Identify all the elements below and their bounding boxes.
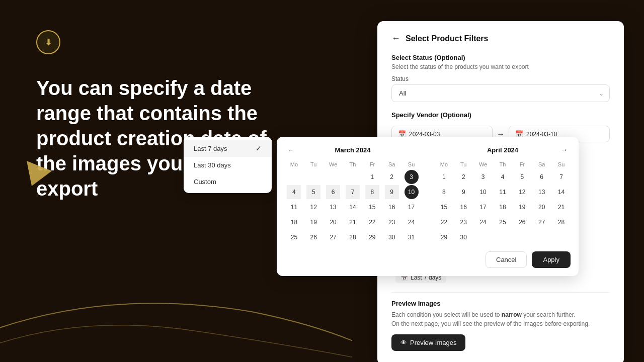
april-day-22[interactable]: 22 bbox=[437, 215, 451, 229]
march-day-7[interactable]: 7 bbox=[346, 185, 360, 199]
april-day-8[interactable]: 8 bbox=[437, 185, 451, 199]
back-button[interactable]: ← bbox=[391, 33, 400, 44]
april-day-26[interactable]: 26 bbox=[515, 215, 529, 229]
march-day-6[interactable]: 6 bbox=[326, 185, 340, 199]
march-day-26[interactable]: 26 bbox=[306, 230, 320, 244]
march-dh-sa: Sa bbox=[382, 160, 401, 169]
preview-desc-part1: Each condition you select will be used t… bbox=[391, 311, 502, 318]
april-dh-sa: Sa bbox=[532, 160, 551, 169]
april-day-7[interactable]: 7 bbox=[554, 170, 569, 184]
april-header: April 2024 → bbox=[435, 145, 571, 155]
march-prev-btn[interactable]: ← bbox=[285, 145, 298, 155]
april-day-15[interactable]: 15 bbox=[437, 200, 451, 214]
april-day-16[interactable]: 16 bbox=[456, 200, 470, 214]
april-day-28[interactable]: 28 bbox=[554, 215, 569, 229]
quick-select-last30[interactable]: Last 30 days bbox=[184, 157, 272, 173]
march-day-10[interactable]: 10 bbox=[405, 185, 419, 199]
april-day-9[interactable]: 9 bbox=[456, 185, 470, 199]
april-next-btn[interactable]: → bbox=[557, 145, 571, 155]
april-dh-th: Th bbox=[494, 160, 512, 169]
april-day-13[interactable]: 13 bbox=[535, 185, 549, 199]
march-day-24[interactable]: 24 bbox=[405, 215, 419, 229]
product-filters-panel: ← Select Product Filters Select Status (… bbox=[377, 21, 624, 362]
march-day-15[interactable]: 15 bbox=[365, 200, 379, 214]
quick-select-custom-label: Custom bbox=[194, 178, 216, 186]
april-day-12[interactable]: 12 bbox=[515, 185, 529, 199]
march-day-4[interactable]: 4 bbox=[287, 185, 301, 199]
cancel-button[interactable]: Cancel bbox=[486, 251, 527, 268]
april-day-24[interactable]: 24 bbox=[476, 215, 490, 229]
preview-images-button[interactable]: 👁 Preview Images bbox=[391, 334, 465, 351]
april-day-18[interactable]: 18 bbox=[496, 200, 510, 214]
logo-icon: ⬇ bbox=[45, 37, 52, 48]
calendar-footer: Cancel Apply bbox=[285, 251, 571, 268]
april-day-empty bbox=[496, 230, 510, 244]
march-day-28[interactable]: 28 bbox=[346, 230, 360, 244]
april-day-6[interactable]: 6 bbox=[535, 170, 549, 184]
march-day-19[interactable]: 19 bbox=[306, 215, 320, 229]
april-day-20[interactable]: 20 bbox=[535, 200, 549, 214]
april-dh-tu: Tu bbox=[454, 160, 473, 169]
march-day-17[interactable]: 17 bbox=[405, 200, 419, 214]
april-day-30[interactable]: 30 bbox=[456, 230, 470, 244]
march-day-empty bbox=[306, 170, 320, 184]
march-day-14[interactable]: 14 bbox=[346, 200, 360, 214]
march-day-12[interactable]: 12 bbox=[306, 200, 320, 214]
quick-select-last7[interactable]: Last 7 days ✓ bbox=[184, 140, 272, 157]
march-day-2[interactable]: 2 bbox=[385, 170, 399, 184]
quick-select-custom[interactable]: Custom bbox=[184, 173, 272, 190]
march-day-25[interactable]: 25 bbox=[287, 230, 301, 244]
calendar-container: ← March 2024 Mo Tu We Th Fr Sa Su bbox=[285, 145, 571, 244]
march-day-5[interactable]: 5 bbox=[306, 185, 320, 199]
april-day-25[interactable]: 25 bbox=[496, 215, 510, 229]
april-day-10[interactable]: 10 bbox=[476, 185, 490, 199]
march-header: ← March 2024 bbox=[285, 145, 421, 155]
march-day-16[interactable]: 16 bbox=[385, 200, 399, 214]
march-day-11[interactable]: 11 bbox=[287, 200, 301, 214]
svg-marker-0 bbox=[27, 161, 52, 186]
april-day-5[interactable]: 5 bbox=[515, 170, 529, 184]
march-dh-th: Th bbox=[344, 160, 362, 169]
march-day-empty bbox=[287, 170, 301, 184]
preview-desc-part2: your search further. bbox=[522, 311, 576, 318]
april-day-4[interactable]: 4 bbox=[496, 170, 510, 184]
march-day-22[interactable]: 22 bbox=[365, 215, 379, 229]
april-day-27[interactable]: 27 bbox=[535, 215, 549, 229]
april-day-empty bbox=[554, 230, 569, 244]
april-day-19[interactable]: 19 bbox=[515, 200, 529, 214]
quick-select-list: Last 7 days ✓ Last 30 days Custom bbox=[184, 137, 272, 193]
april-day-29[interactable]: 29 bbox=[437, 230, 451, 244]
april-dh-fr: Fr bbox=[513, 160, 531, 169]
march-day-30[interactable]: 30 bbox=[385, 230, 399, 244]
march-day-13[interactable]: 13 bbox=[326, 200, 340, 214]
march-day-23[interactable]: 23 bbox=[385, 215, 399, 229]
march-day-29[interactable]: 29 bbox=[365, 230, 379, 244]
status-select[interactable]: All Active Draft Archived bbox=[391, 84, 610, 102]
apply-button[interactable]: Apply bbox=[532, 251, 571, 268]
march-title: March 2024 bbox=[335, 146, 371, 154]
april-day-23[interactable]: 23 bbox=[456, 215, 470, 229]
march-day-21[interactable]: 21 bbox=[346, 215, 360, 229]
march-day-31[interactable]: 31 bbox=[405, 230, 419, 244]
march-day-3[interactable]: 3 bbox=[405, 170, 419, 184]
check-icon: ✓ bbox=[256, 144, 262, 152]
march-day-20[interactable]: 20 bbox=[326, 215, 340, 229]
april-day-3[interactable]: 3 bbox=[476, 170, 490, 184]
march-day-27[interactable]: 27 bbox=[326, 230, 340, 244]
march-day-9[interactable]: 9 bbox=[385, 185, 399, 199]
status-select-wrapper: All Active Draft Archived ⌄ bbox=[391, 84, 610, 102]
april-day-empty bbox=[476, 230, 490, 244]
april-day-14[interactable]: 14 bbox=[554, 185, 569, 199]
april-day-21[interactable]: 21 bbox=[554, 200, 569, 214]
april-day-1[interactable]: 1 bbox=[437, 170, 451, 184]
march-day-8[interactable]: 8 bbox=[365, 185, 379, 199]
april-day-2[interactable]: 2 bbox=[456, 170, 470, 184]
panel-header: ← Select Product Filters bbox=[391, 33, 610, 44]
march-dh-su: Su bbox=[402, 160, 421, 169]
march-day-1[interactable]: 1 bbox=[365, 170, 379, 184]
april-day-11[interactable]: 11 bbox=[496, 185, 510, 199]
april-day-17[interactable]: 17 bbox=[476, 200, 490, 214]
march-day-18[interactable]: 18 bbox=[287, 215, 301, 229]
march-dh-tu: Tu bbox=[304, 160, 323, 169]
preview-button-label: Preview Images bbox=[410, 339, 456, 346]
